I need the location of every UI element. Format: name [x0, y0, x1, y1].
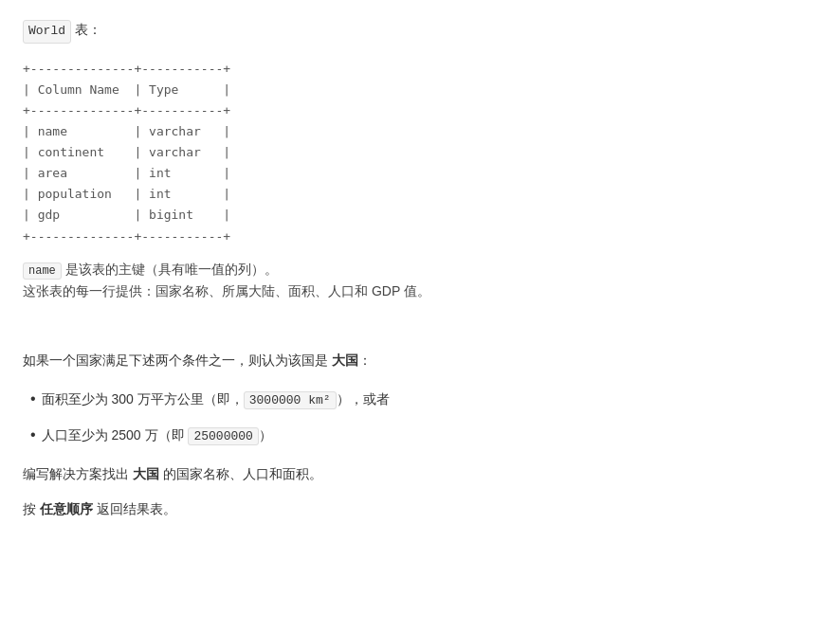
intro-suffix: ： [358, 353, 372, 368]
table-border-bot: +--------------+-----------+ [23, 226, 817, 247]
bullet2-text: 人口至少为 2500 万（即 25000000） [42, 424, 272, 447]
bullet1-code: 3000000 km² [244, 391, 337, 409]
table-row-area: | area | int | [23, 163, 817, 184]
bullet2-prefix: 人口至少为 2500 万（即 [42, 427, 189, 443]
schema-table: +--------------+-----------+ | Column Na… [23, 59, 817, 247]
big-country-label: 大国 [332, 353, 358, 368]
primary-key-text: 是该表的主键（具有唯一值的列）。 [62, 262, 278, 277]
description-block: name 是该表的主键（具有唯一值的列）。 这张表的每一行提供：国家名称、所属大… [23, 259, 817, 304]
table-border-mid: +--------------+-----------+ [23, 100, 817, 121]
condition-intro: 如果一个国家满足下述两个条件之一，则认为该国是 大国： [23, 349, 817, 372]
table-row-continent: | continent | varchar | [23, 142, 817, 163]
title-line: World 表： [23, 19, 817, 44]
order-suffix: 返回结果表。 [93, 501, 176, 516]
table-border-top: +--------------+-----------+ [23, 59, 817, 80]
bullet1-suffix: ），或者 [337, 391, 390, 407]
spacer [23, 326, 817, 349]
bullet-item-2: • 人口至少为 2500 万（即 25000000） [30, 424, 817, 447]
primary-key-code: name [23, 262, 62, 280]
bullet-item-1: • 面积至少为 300 万平方公里（即，3000000 km²），或者 [30, 388, 817, 411]
bullet1-text: 面积至少为 300 万平方公里（即，3000000 km²），或者 [42, 388, 390, 411]
row-info-line: 这张表的每一行提供：国家名称、所属大陆、面积、人口和 GDP 值。 [23, 280, 817, 303]
query-bold: 大国 [133, 466, 159, 481]
primary-key-line: name 是该表的主键（具有唯一值的列）。 [23, 259, 817, 281]
intro-prefix: 如果一个国家满足下述两个条件之一，则认为该国是 [23, 353, 332, 368]
query-suffix: 的国家名称、人口和面积。 [159, 466, 322, 481]
bullet-dot-2: • [30, 427, 36, 443]
title-suffix: 表： [75, 19, 101, 40]
table-row-gdp: | gdp | bigint | [23, 205, 817, 226]
query-prefix: 编写解决方案找出 [23, 466, 133, 481]
bullet1-prefix: 面积至少为 300 万平方公里（即， [42, 391, 244, 407]
query-line: 编写解决方案找出 大国 的国家名称、人口和面积。 [23, 462, 817, 486]
order-bold: 任意顺序 [40, 501, 93, 516]
table-row-population: | population | int | [23, 184, 817, 205]
condition-section: 如果一个国家满足下述两个条件之一，则认为该国是 大国： • 面积至少为 300 … [23, 349, 817, 521]
bullet-dot-1: • [30, 391, 36, 407]
bullet2-code: 25000000 [188, 427, 258, 445]
table-header: | Column Name | Type | [23, 80, 817, 100]
bullet2-suffix: ） [259, 427, 272, 443]
order-line: 按 任意顺序 返回结果表。 [23, 497, 817, 521]
table-name-code: World [23, 20, 71, 44]
table-row-name: | name | varchar | [23, 121, 817, 142]
order-prefix: 按 [23, 501, 40, 516]
